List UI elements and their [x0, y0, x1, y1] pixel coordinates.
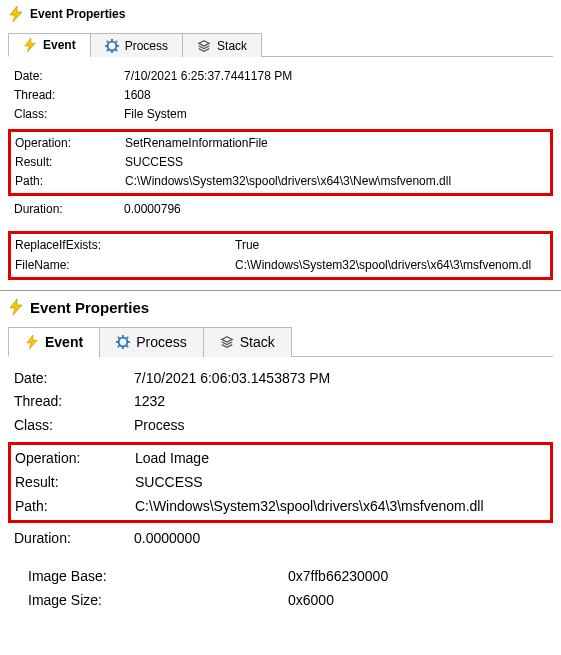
svg-line-10: [106, 49, 108, 51]
value-duration: 0.0000796: [124, 200, 549, 219]
label-date: Date:: [14, 367, 134, 391]
tab-process[interactable]: Process: [90, 33, 183, 57]
label-filename: FileName:: [15, 256, 235, 275]
value-filename: C:\Windows\System32\spool\drivers\x64\3\…: [235, 256, 546, 275]
label-result: Result:: [15, 471, 135, 495]
label-path: Path:: [15, 172, 125, 191]
highlight-box: Operation:SetRenameInformationFile Resul…: [8, 129, 553, 197]
tab-label: Event: [45, 334, 83, 350]
label-result: Result:: [15, 153, 125, 172]
label-duration: Duration:: [14, 200, 124, 219]
stack-icon: [197, 39, 211, 53]
label-replace-if-exists: ReplaceIfExists:: [15, 236, 235, 255]
value-result: SUCCESS: [135, 471, 546, 495]
highlight-box: Operation:Load Image Result:SUCCESS Path…: [8, 442, 553, 523]
label-image-size: Image Size:: [28, 589, 288, 613]
svg-line-7: [106, 40, 108, 42]
details-section: Date:7/10/2021 6:25:37.7441178 PM Thread…: [10, 65, 553, 127]
label-class: Class:: [14, 105, 124, 124]
value-operation: SetRenameInformationFile: [125, 134, 546, 153]
svg-marker-13: [27, 335, 38, 349]
tab-label: Process: [125, 39, 168, 53]
lightning-icon: [23, 38, 37, 52]
svg-marker-11: [199, 40, 210, 45]
svg-point-14: [119, 338, 128, 347]
label-path: Path:: [15, 495, 135, 519]
svg-line-8: [115, 49, 117, 51]
tab-label: Process: [136, 334, 187, 350]
label-date: Date:: [14, 67, 124, 86]
highlight-box: ReplaceIfExists:True FileName:C:\Windows…: [8, 231, 553, 279]
svg-line-22: [118, 346, 120, 348]
gear-icon: [116, 335, 130, 349]
tab-label: Stack: [217, 39, 247, 53]
value-image-base: 0x7ffb66230000: [288, 565, 549, 589]
tab-process[interactable]: Process: [99, 327, 204, 357]
svg-marker-1: [25, 38, 36, 52]
extra-section: Image Base:0x7ffb66230000 Image Size:0x6…: [10, 563, 553, 615]
value-class: Process: [134, 414, 549, 438]
stack-icon: [220, 335, 234, 349]
gear-icon: [105, 39, 119, 53]
tab-label: Stack: [240, 334, 275, 350]
tab-stack[interactable]: Stack: [182, 33, 262, 57]
window-title: Event Properties: [30, 7, 125, 21]
svg-line-21: [127, 337, 129, 339]
lightning-icon: [8, 6, 24, 22]
svg-marker-0: [10, 6, 22, 22]
label-image-base: Image Base:: [28, 565, 288, 589]
window-title-row: Event Properties: [8, 4, 553, 28]
details-section: Duration:0.0000796: [10, 198, 553, 221]
svg-marker-23: [221, 337, 232, 342]
value-replace-if-exists: True: [235, 236, 546, 255]
label-class: Class:: [14, 414, 134, 438]
value-path: C:\Windows\System32\spool\drivers\x64\3\…: [125, 172, 546, 191]
tab-event[interactable]: Event: [8, 327, 100, 357]
value-operation: Load Image: [135, 447, 546, 471]
value-date: 7/10/2021 6:06:03.1453873 PM: [134, 367, 549, 391]
window-title: Event Properties: [30, 299, 149, 316]
event-properties-panel-1: Event Properties Event Process Stack Dat…: [0, 0, 561, 290]
label-operation: Operation:: [15, 134, 125, 153]
tab-strip: Event Process Stack: [8, 326, 553, 357]
tab-strip: Event Process Stack: [8, 32, 553, 57]
value-image-size: 0x6000: [288, 589, 549, 613]
event-properties-panel-2: Event Properties Event Process Stack Dat…: [0, 290, 561, 623]
label-duration: Duration:: [14, 527, 134, 551]
value-thread: 1232: [134, 390, 549, 414]
value-path: C:\Windows\System32\spool\drivers\x64\3\…: [135, 495, 546, 519]
tab-label: Event: [43, 38, 76, 52]
tab-stack[interactable]: Stack: [203, 327, 292, 357]
svg-marker-12: [10, 299, 22, 315]
svg-point-2: [107, 41, 116, 50]
value-class: File System: [124, 105, 549, 124]
label-thread: Thread:: [14, 86, 124, 105]
window-title-row: Event Properties: [8, 297, 553, 322]
lightning-icon: [25, 335, 39, 349]
details-section: Date:7/10/2021 6:06:03.1453873 PM Thread…: [10, 365, 553, 440]
tab-event[interactable]: Event: [8, 33, 91, 57]
svg-line-20: [127, 346, 129, 348]
details-section: Duration:0.0000000: [10, 525, 553, 553]
label-thread: Thread:: [14, 390, 134, 414]
svg-line-9: [115, 40, 117, 42]
value-duration: 0.0000000: [134, 527, 549, 551]
label-operation: Operation:: [15, 447, 135, 471]
value-thread: 1608: [124, 86, 549, 105]
lightning-icon: [8, 299, 24, 315]
value-date: 7/10/2021 6:25:37.7441178 PM: [124, 67, 549, 86]
svg-line-19: [118, 337, 120, 339]
value-result: SUCCESS: [125, 153, 546, 172]
